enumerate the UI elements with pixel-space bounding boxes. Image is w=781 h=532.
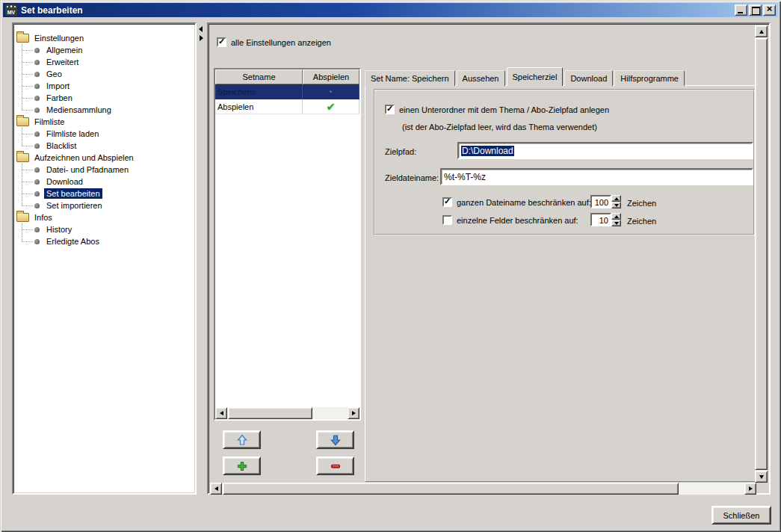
- show-all-settings-checkbox[interactable]: [217, 37, 226, 47]
- zielpfad-input[interactable]: D:\Download: [457, 142, 753, 159]
- bullet-icon: [34, 143, 40, 149]
- add-set-button[interactable]: [223, 457, 261, 475]
- tree-item-label: Farben: [44, 93, 75, 103]
- tree-item-einstellungen[interactable]: Einstellungen: [13, 32, 195, 44]
- schliessen-button[interactable]: Schließen: [711, 506, 771, 525]
- scrollbar-thumb[interactable]: [228, 407, 312, 419]
- close-icon[interactable]: [763, 4, 776, 16]
- spin-down-icon[interactable]: [611, 202, 621, 208]
- tree-item-farben[interactable]: Farben: [13, 92, 195, 104]
- minus-icon: [330, 460, 342, 472]
- set-table-header: Setname Abspielen: [215, 69, 359, 84]
- tree-item-label: Import: [44, 81, 72, 91]
- scroll-left-icon[interactable]: [210, 483, 222, 495]
- scrollbar-thumb[interactable]: [223, 483, 679, 495]
- tab-hilfsprogramme[interactable]: Hilfsprogramme: [614, 70, 685, 86]
- cell-abspielen: [303, 84, 359, 99]
- tree-item-allgemein[interactable]: Allgemein: [13, 44, 195, 56]
- collapse-right-icon[interactable]: [200, 35, 203, 41]
- tree-item-filmliste[interactable]: Filmliste: [13, 116, 195, 128]
- split-divider[interactable]: [197, 22, 207, 495]
- table-row-abspielen[interactable]: Abspielen ✔: [215, 99, 359, 114]
- tree-item-label: Allgemein: [44, 45, 84, 55]
- tree-item-download[interactable]: Download: [13, 176, 195, 188]
- tree-item-infos[interactable]: Infos: [13, 211, 195, 223]
- bullet-icon: [34, 203, 40, 208]
- spin-up-icon[interactable]: [611, 213, 621, 220]
- bullet-icon: [34, 167, 40, 173]
- tree-item-label: Download: [44, 176, 85, 187]
- minimize-icon[interactable]: [735, 4, 747, 16]
- horizontal-scrollbar[interactable]: [210, 483, 756, 495]
- subfolder-hint: (ist der Abo-Zielpfad leer, wird das The…: [402, 123, 597, 132]
- move-up-button[interactable]: [223, 430, 261, 449]
- limit-fields-checkbox[interactable]: [442, 215, 452, 225]
- show-all-settings-label: alle Einstellungen anzeigen: [231, 38, 331, 47]
- scroll-left-icon[interactable]: [215, 407, 227, 419]
- tab-speicherziel[interactable]: Speicherziel: [507, 67, 564, 86]
- folder-icon: [16, 213, 29, 222]
- tree-item-label: Set bearbeiten: [44, 188, 102, 199]
- tree-item-set-importieren[interactable]: Set importieren: [13, 200, 195, 211]
- limit-fields-row: einzelne Felder beschränken auf:: [442, 215, 578, 225]
- collapse-left-icon[interactable]: [199, 26, 203, 32]
- column-header-abspielen[interactable]: Abspielen: [303, 69, 359, 84]
- titlebar[interactable]: MV Set bearbeiten: [3, 3, 778, 17]
- table-horizontal-scrollbar[interactable]: [215, 407, 359, 419]
- limit-total-value[interactable]: 100: [590, 195, 611, 208]
- tree-item-set-bearbeiten[interactable]: Set bearbeiten: [13, 188, 195, 200]
- zieldateiname-input[interactable]: %t-%T-%z: [440, 168, 753, 185]
- settings-tree: Einstellungen Allgemein Erweitert Geo Im…: [12, 22, 197, 495]
- tree-item-erweitert[interactable]: Erweitert: [13, 56, 195, 68]
- tab-set-name[interactable]: Set Name: Speichern: [365, 70, 455, 86]
- vertical-scrollbar[interactable]: [755, 25, 768, 483]
- bullet-icon: [34, 84, 40, 89]
- subfolder-checkbox[interactable]: [385, 105, 395, 114]
- zielpfad-label: Zielpfad:: [385, 147, 416, 156]
- scroll-right-icon[interactable]: [348, 407, 359, 419]
- scrollbar-thumb[interactable]: [755, 38, 768, 470]
- cell-setname: Abspielen: [215, 99, 303, 114]
- folder-icon: [16, 153, 29, 162]
- column-header-setname[interactable]: Setname: [215, 69, 303, 84]
- limit-total-checkbox[interactable]: [442, 197, 452, 207]
- limit-total-spinner[interactable]: 100: [590, 195, 621, 208]
- tree-item-label: Einstellungen: [32, 33, 86, 43]
- cell-abspielen: ✔: [303, 99, 359, 114]
- limit-total-row: ganzen Dateiname beschränken auf:: [442, 197, 591, 207]
- tree-item-import[interactable]: Import: [13, 80, 195, 92]
- tree-item-datei-pfadnamen[interactable]: Datei- und Pfadnamen: [13, 164, 195, 176]
- tree-item-history[interactable]: History: [13, 223, 195, 235]
- window-title: Set bearbeiten: [21, 5, 733, 16]
- spin-down-icon[interactable]: [611, 220, 621, 226]
- zielpfad-value: D:\Download: [461, 146, 514, 156]
- tree-item-aufzeichnen[interactable]: Aufzeichnen und Abspielen: [13, 152, 195, 164]
- tree-item-erledigte-abos[interactable]: Erledigte Abos: [13, 235, 195, 247]
- limit-fields-spinner[interactable]: 10: [590, 213, 621, 226]
- bullet-icon: [34, 72, 40, 77]
- no-play-dot-icon: [330, 90, 332, 93]
- tree-item-mediensammlung[interactable]: Mediensammlung: [13, 104, 195, 116]
- remove-set-button[interactable]: [316, 457, 354, 475]
- tree-item-label: Datei- und Pfadnamen: [44, 164, 131, 175]
- scroll-right-icon[interactable]: [744, 483, 756, 495]
- bullet-icon: [34, 108, 40, 113]
- speicherziel-groupbox: einen Unterordner mit dem Thema / Abo-Zi…: [374, 89, 755, 235]
- bullet-icon: [34, 239, 40, 244]
- maximize-icon[interactable]: [749, 4, 762, 16]
- tree-item-filmliste-laden[interactable]: Filmliste laden: [13, 128, 195, 140]
- tab-aussehen[interactable]: Aussehen: [457, 70, 505, 86]
- tree-item-geo[interactable]: Geo: [13, 68, 195, 80]
- move-down-button[interactable]: [316, 430, 354, 449]
- spin-up-icon[interactable]: [611, 195, 621, 202]
- subfolder-label: einen Unterordner mit dem Thema / Abo-Zi…: [399, 105, 609, 114]
- cell-setname: Speichern: [215, 84, 303, 99]
- bullet-icon: [34, 96, 40, 101]
- scroll-down-icon[interactable]: [755, 471, 768, 483]
- scroll-up-icon[interactable]: [755, 25, 768, 37]
- table-row-speichern[interactable]: Speichern: [215, 84, 359, 99]
- limit-fields-value[interactable]: 10: [590, 213, 611, 226]
- show-all-settings-row: alle Einstellungen anzeigen: [217, 37, 331, 47]
- tree-item-blacklist[interactable]: Blacklist: [13, 140, 195, 152]
- tab-download[interactable]: Download: [564, 70, 613, 86]
